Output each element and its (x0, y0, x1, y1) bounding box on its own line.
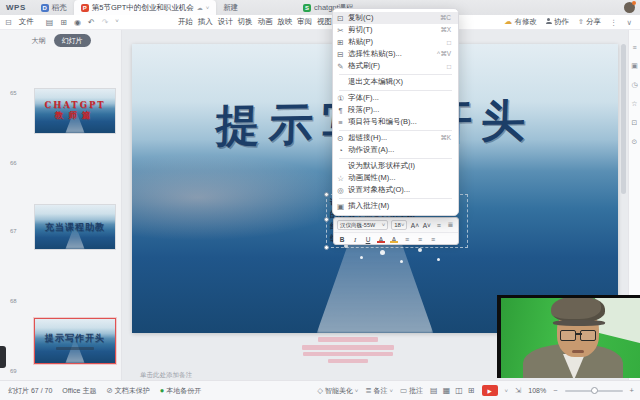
normal-view-icon[interactable]: ▤ (430, 386, 438, 395)
slide-panel: 大纲 幻灯片 65 CHATGPT 教师篇 66 充当课程助教 67 提示写作开… (0, 30, 122, 380)
panel-collapse-handle[interactable] (0, 346, 6, 368)
webcam-overlay[interactable] (497, 295, 640, 378)
menu-item-format-painter[interactable]: ✎ 格式刷(F) □ (333, 60, 458, 72)
resize-handle[interactable] (324, 245, 329, 250)
decrease-font-button[interactable]: A˅ (422, 222, 431, 229)
italic-button[interactable]: I (350, 236, 360, 243)
effects-icon[interactable]: ☆ (631, 100, 637, 108)
menu-review[interactable]: 审阅 (297, 17, 312, 27)
help-icon[interactable]: ⊙ (632, 138, 638, 146)
canvas-scrollbar[interactable] (621, 44, 626, 194)
quickbar-caret-icon[interactable]: ˅ (115, 18, 119, 27)
collapse-ribbon-icon[interactable]: ∨ (627, 18, 633, 27)
share-button[interactable]: ⇧ 分享 (578, 17, 601, 27)
tab-store[interactable]: D 稻壳 (34, 0, 74, 15)
menu-item-action-settings[interactable]: ◔ 动作设置(A)... (333, 144, 458, 156)
play-options-caret-icon[interactable]: ˅ (505, 388, 509, 394)
highlight-button[interactable]: A (389, 236, 399, 243)
beautify-button[interactable]: ◇ 智能美化 ˅ (317, 386, 358, 396)
zoom-slider[interactable] (565, 390, 623, 392)
bullet-list-button[interactable]: ≡ (434, 222, 443, 229)
menu-item-exit-text-edit[interactable]: 退出文本编辑(X) (333, 76, 458, 88)
numbered-list-button[interactable]: ≣ (446, 221, 455, 229)
increase-font-button[interactable]: A˄ (410, 222, 419, 229)
sorter-view-icon[interactable]: ▦ (443, 386, 451, 395)
menu-transition[interactable]: 切换 (238, 17, 253, 27)
menu-item-font[interactable]: ① 字体(F)... (333, 92, 458, 104)
present-device-icon[interactable]: ⊞ (468, 386, 475, 395)
slide-thumbnail-65[interactable]: CHATGPT 教师篇 (34, 88, 116, 134)
tab-slides[interactable]: 幻灯片 (54, 34, 91, 47)
menu-item-bullets[interactable]: ≡ 项目符号和编号(B)... (333, 116, 458, 128)
menu-design[interactable]: 设计 (218, 17, 233, 27)
menu-item-paste-special[interactable]: ⊟ 选择性粘贴(S)... ^⌘V (333, 48, 458, 60)
font-select[interactable]: 汉仪尚巍-55W ˅ (337, 220, 388, 230)
resize-handle[interactable] (324, 192, 329, 197)
underline-button[interactable]: U (363, 236, 373, 243)
zoom-out-icon[interactable]: − (553, 386, 557, 395)
menu-slideshow[interactable]: 放映 (277, 17, 292, 27)
file-menu[interactable]: 文件 (17, 17, 40, 27)
menu-animation[interactable]: 动画 (257, 17, 272, 27)
preview-icon[interactable]: ◉ (74, 18, 81, 27)
tab-new[interactable]: 新建 (216, 0, 245, 15)
bold-button[interactable]: B (337, 236, 347, 243)
more-icon[interactable]: ⋮ (610, 18, 618, 27)
zoom-level[interactable]: 108% (528, 387, 546, 394)
tab-document[interactable]: P 第5节GPT中的创业和职业机会 ☁ ˅ (74, 0, 217, 15)
clipboard-icon[interactable]: ⊡ (632, 119, 638, 127)
wps-logo[interactable]: WPS (0, 3, 34, 12)
menu-item-object-format[interactable]: ◎ 设置对象格式(O)... (333, 184, 458, 196)
fit-slide-icon[interactable]: ⇲ (515, 386, 521, 395)
menu-item-paste[interactable]: ⊞ 粘贴(P) □ (333, 36, 458, 48)
notes-placeholder[interactable]: 单击此处添加备注 (140, 371, 192, 380)
menu-item-paragraph[interactable]: ¶ 段落(P)... (333, 104, 458, 116)
status-bar: 幻灯片 67 / 70 Office 主题 ⊘ 文档未保护 ● 本地备份开 ◇ … (0, 380, 640, 400)
redo-icon[interactable]: ↷ (102, 18, 109, 27)
media-icon[interactable]: ▣ (631, 62, 638, 70)
undo-icon[interactable]: ↶ (88, 18, 95, 27)
slide-number: 66 (10, 160, 17, 166)
menu-insert[interactable]: 插入 (198, 17, 213, 27)
menu-view[interactable]: 视图 (317, 17, 332, 27)
notes-button[interactable]: ≣ 备注 ˅ (365, 386, 393, 396)
modified-status[interactable]: ☁ 有修改 (504, 17, 537, 27)
paste-icon: ⊞ (333, 38, 348, 47)
save-icon[interactable]: ▤ (46, 18, 54, 27)
slide-thumbnail-66[interactable]: 充当课程助教 (34, 204, 116, 250)
slideshow-play-button[interactable]: ▶ (482, 385, 498, 396)
zoom-slider-knob[interactable] (591, 387, 598, 394)
menu-home[interactable]: 开始 (178, 17, 193, 27)
lines-icon: ≣ (365, 386, 371, 395)
chevron-down-icon[interactable]: ˅ (206, 5, 210, 11)
zoom-in-icon[interactable]: + (630, 386, 634, 395)
menu-item-cut[interactable]: ✂ 剪切(T) ⌘X (333, 24, 458, 36)
menu-item-copy[interactable]: ⊡ 复制(C) ⌘C (333, 12, 458, 24)
menu-item-animation[interactable]: ☆ 动画属性(M)... (333, 172, 458, 184)
doc-protect-status[interactable]: ⊘ 文档未保护 (106, 386, 149, 396)
menu-item-default-shape-style[interactable]: 设为默认形状样式(I) (333, 160, 458, 172)
align-center-button[interactable]: ≡ (415, 236, 425, 243)
properties-icon[interactable]: ≡ (632, 44, 636, 51)
tab-outline[interactable]: 大纲 (32, 36, 46, 46)
font-color-button[interactable]: A (376, 236, 386, 243)
print-icon[interactable]: ⊞ (60, 18, 67, 27)
user-avatar[interactable] (624, 2, 635, 13)
home-grid-icon[interactable]: ⊟ (0, 18, 17, 27)
slide-thumbnail-67-selected[interactable]: 提示写作开头 (34, 318, 116, 364)
view-switcher: ▤ ▦ ◫ ⊞ (430, 386, 474, 395)
font-size-select[interactable]: 18 ˅ (391, 220, 407, 230)
collaborate-button[interactable]: 协作 (546, 17, 569, 27)
local-backup-status[interactable]: ● 本地备份开 (160, 386, 201, 396)
menu-item-insert-comment[interactable]: ▣ 插入批注(M) (333, 200, 458, 212)
align-left-button[interactable]: ≡ (402, 236, 412, 243)
reading-view-icon[interactable]: ◫ (455, 386, 463, 395)
resize-handle[interactable] (324, 217, 329, 222)
title-bar: WPS D 稻壳 P 第5节GPT中的创业和职业机会 ☁ ˅ 新建 S chat… (0, 0, 640, 15)
align-right-button[interactable]: ≡ (428, 236, 438, 243)
theme-label[interactable]: Office 主题 (62, 386, 96, 396)
history-icon[interactable]: ◷ (631, 81, 637, 89)
menu-item-hyperlink[interactable]: ⊙ 超链接(H)... ⌘K (333, 132, 458, 144)
menu-bar: ⊟ 文件 ▤ ⊞ ◉ ↶ ↷ ˅ 开始 插入 设计 切换 动画 放映 审阅 视图… (0, 15, 640, 30)
comments-button[interactable]: ▭ 批注 (400, 386, 423, 396)
